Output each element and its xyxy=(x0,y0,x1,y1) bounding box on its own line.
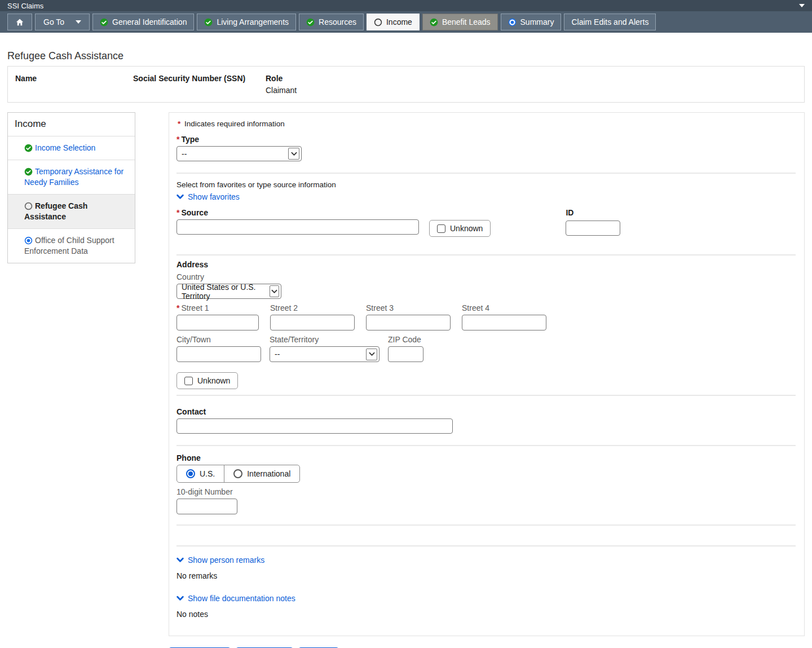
tab-resources[interactable]: Resources xyxy=(299,14,364,30)
street4-input[interactable] xyxy=(462,315,546,330)
city-input[interactable] xyxy=(176,346,261,362)
circle-outline-icon xyxy=(24,202,33,210)
tab-general-identification[interactable]: General Identification xyxy=(92,14,194,30)
street3-label: Street 3 xyxy=(366,303,451,312)
section-divider xyxy=(176,545,796,546)
nav-bar: Go To General Identification Living Arra… xyxy=(0,11,812,33)
street2-label: Street 2 xyxy=(270,303,355,312)
favorites-hint: Select from favorites or type source inf… xyxy=(176,180,796,189)
show-person-remarks-toggle[interactable]: Show person remarks xyxy=(176,556,264,565)
section-divider xyxy=(176,173,796,174)
check-icon xyxy=(24,167,33,176)
country-select-value: United States or U.S. Territory xyxy=(182,283,270,301)
check-icon xyxy=(430,18,438,27)
sidebar-title: Income xyxy=(8,113,135,136)
person-header-panel: Name Social Security Number (SSN) Role C… xyxy=(7,66,805,103)
go-to-button[interactable]: Go To xyxy=(35,14,90,30)
state-select-value: -- xyxy=(275,350,280,359)
income-sidebar: Income Income Selection Temporary Assist… xyxy=(7,112,135,263)
phone-heading: Phone xyxy=(176,453,796,462)
source-unknown-checkbox[interactable]: Unknown xyxy=(429,220,491,237)
chevron-down-icon xyxy=(176,557,184,563)
app-title-bar: SSI Claims xyxy=(0,0,812,11)
caret-down-icon xyxy=(76,20,81,24)
street1-label: *Street 1 xyxy=(176,303,259,312)
ssn-label: Social Security Number (SSN) xyxy=(133,74,266,83)
chevron-down-icon xyxy=(176,596,184,601)
contact-label: Contact xyxy=(176,407,796,416)
app-title: SSI Claims xyxy=(7,2,43,10)
id-input[interactable] xyxy=(566,221,620,236)
state-select[interactable]: -- xyxy=(270,346,379,362)
contact-input[interactable] xyxy=(176,418,453,434)
remarks-empty-text: No remarks xyxy=(176,571,796,580)
phone-type-radio-group: U.S. International xyxy=(176,465,300,483)
home-button[interactable] xyxy=(7,14,32,30)
source-input[interactable] xyxy=(176,219,419,235)
check-icon xyxy=(24,144,33,152)
zip-label: ZIP Code xyxy=(388,335,423,344)
tab-claim-edits-and-alerts[interactable]: Claim Edits and Alerts xyxy=(564,14,656,30)
sidebar-item-income-selection[interactable]: Income Selection xyxy=(8,136,135,160)
select-arrow-icon xyxy=(366,349,377,360)
name-label: Name xyxy=(15,74,133,83)
radio-selected-icon xyxy=(186,469,195,478)
status-in-progress-icon xyxy=(24,236,33,245)
home-icon xyxy=(15,18,24,27)
type-label: *Type xyxy=(176,135,796,144)
sidebar-item-ocse-data[interactable]: Office of Child Support Enforcement Data xyxy=(8,229,135,263)
caret-down-icon[interactable] xyxy=(799,4,805,7)
state-label: State/Territory xyxy=(270,335,379,344)
page-title: Refugee Cash Assistance xyxy=(7,50,805,62)
sidebar-item-refugee-cash-assistance[interactable]: Refugee Cash Assistance xyxy=(8,195,135,229)
phone-number-label: 10-digit Number xyxy=(176,487,796,496)
type-select[interactable]: -- xyxy=(176,146,302,161)
section-divider xyxy=(176,254,796,255)
tab-income[interactable]: Income xyxy=(367,14,420,30)
radio-unselected-icon xyxy=(233,469,242,478)
checkbox-icon xyxy=(437,224,445,233)
circle-outline-icon xyxy=(374,18,382,27)
section-divider xyxy=(176,445,796,446)
check-icon xyxy=(100,18,108,27)
section-divider xyxy=(176,524,796,526)
check-icon xyxy=(306,18,315,27)
notes-empty-text: No notes xyxy=(176,610,796,619)
show-file-documentation-notes-toggle[interactable]: Show file documentation notes xyxy=(176,594,295,603)
phone-international-radio[interactable]: International xyxy=(224,465,299,482)
zip-input[interactable] xyxy=(388,346,423,362)
chevron-down-icon xyxy=(176,194,184,200)
city-label: City/Town xyxy=(176,335,261,344)
street4-label: Street 4 xyxy=(462,303,546,312)
source-label: *Source xyxy=(176,208,419,217)
select-arrow-icon xyxy=(288,148,299,160)
section-divider xyxy=(176,395,796,396)
id-label: ID xyxy=(566,208,620,217)
show-favorites-toggle[interactable]: Show favorites xyxy=(176,192,240,201)
tab-living-arrangements[interactable]: Living Arrangements xyxy=(197,14,296,30)
phone-us-radio[interactable]: U.S. xyxy=(177,465,224,482)
phone-number-input[interactable] xyxy=(176,499,237,514)
country-label: Country xyxy=(176,272,796,281)
country-select[interactable]: United States or U.S. Territory xyxy=(176,284,281,299)
status-in-progress-icon xyxy=(508,18,517,27)
street1-input[interactable] xyxy=(176,315,259,330)
checkbox-icon xyxy=(184,377,193,385)
tab-summary[interactable]: Summary xyxy=(501,14,562,30)
required-note: * Indicates required information xyxy=(176,120,796,128)
required-asterisk: * xyxy=(178,120,180,128)
street3-input[interactable] xyxy=(366,315,451,330)
type-select-value: -- xyxy=(182,149,187,158)
select-arrow-icon xyxy=(270,285,279,297)
address-unknown-checkbox[interactable]: Unknown xyxy=(176,372,238,389)
address-heading: Address xyxy=(176,260,796,269)
role-label: Role xyxy=(266,74,297,83)
form-panel: * Indicates required information *Type -… xyxy=(169,112,805,636)
sidebar-item-tanf[interactable]: Temporary Assistance for Needy Families xyxy=(8,160,135,195)
street2-input[interactable] xyxy=(270,315,355,330)
tab-benefit-leads[interactable]: Benefit Leads xyxy=(422,14,498,30)
role-value: Claimant xyxy=(266,86,297,95)
check-icon xyxy=(204,18,213,27)
